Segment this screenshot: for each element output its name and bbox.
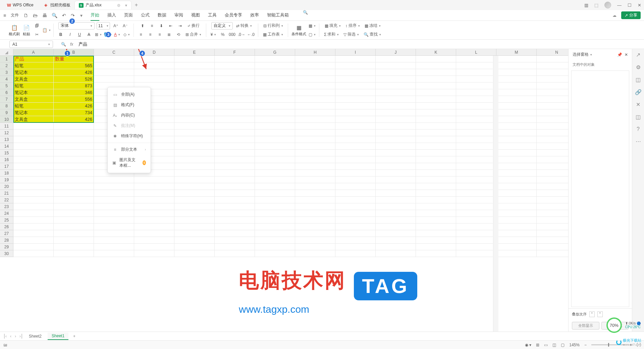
cell[interactable] — [335, 62, 376, 69]
cell[interactable] — [496, 156, 537, 163]
row-header[interactable]: 13 — [0, 136, 13, 143]
cell[interactable] — [134, 177, 174, 183]
cell[interactable] — [295, 76, 335, 83]
settings-icon[interactable]: ⚙ — [636, 64, 641, 70]
cell[interactable] — [456, 250, 496, 257]
cell[interactable] — [94, 56, 134, 62]
row-header[interactable]: 21 — [0, 190, 13, 197]
cube-icon[interactable]: ⬚ — [594, 3, 598, 8]
cell[interactable] — [496, 163, 537, 170]
cell[interactable] — [54, 170, 94, 177]
vertical-scrollbar[interactable] — [493, 56, 498, 332]
cell[interactable] — [537, 230, 568, 237]
cell[interactable] — [335, 103, 376, 109]
cell[interactable] — [496, 203, 537, 210]
cell[interactable] — [376, 230, 416, 237]
cell[interactable] — [54, 150, 94, 156]
cell[interactable] — [94, 223, 134, 230]
cell[interactable] — [416, 250, 456, 257]
cell[interactable] — [94, 217, 134, 223]
cell[interactable] — [537, 116, 568, 123]
cell[interactable] — [215, 136, 255, 143]
cell[interactable] — [174, 250, 215, 257]
cell[interactable]: 数量 — [54, 56, 94, 62]
cell[interactable] — [215, 62, 255, 69]
cell[interactable]: 426 — [54, 116, 94, 123]
cloud-icon[interactable]: ☁ — [612, 13, 616, 18]
cell[interactable] — [215, 83, 255, 89]
cell[interactable]: 346 — [54, 89, 94, 96]
wrap-text-button[interactable]: ⤶ 换行 — [186, 22, 201, 29]
cell[interactable] — [456, 103, 496, 109]
cell[interactable] — [255, 203, 295, 210]
cell[interactable] — [295, 103, 335, 109]
cell[interactable] — [255, 250, 295, 257]
cell[interactable] — [13, 203, 54, 210]
cell[interactable] — [416, 163, 456, 170]
cell[interactable] — [255, 183, 295, 190]
cell[interactable] — [496, 210, 537, 217]
row-header[interactable]: 29 — [0, 244, 13, 250]
row-header[interactable]: 26 — [0, 223, 13, 230]
cell[interactable] — [255, 223, 295, 230]
row-header[interactable]: 10 — [0, 116, 13, 123]
column-header[interactable]: E — [174, 49, 215, 56]
cell[interactable] — [416, 56, 456, 62]
cell[interactable] — [335, 96, 376, 103]
cell[interactable] — [376, 56, 416, 62]
cell[interactable] — [134, 223, 174, 230]
align-top-icon[interactable]: ⬆ — [139, 22, 146, 30]
cell[interactable]: 426 — [54, 103, 94, 109]
cell[interactable] — [295, 183, 335, 190]
cell[interactable] — [13, 190, 54, 197]
cell[interactable] — [13, 150, 54, 156]
cell[interactable] — [54, 190, 94, 197]
cell[interactable] — [456, 56, 496, 62]
cell[interactable] — [295, 217, 335, 223]
align-bottom-icon[interactable]: ⬇ — [158, 22, 165, 30]
column-header[interactable]: B — [54, 49, 94, 56]
cell[interactable] — [416, 69, 456, 76]
cell[interactable] — [335, 116, 376, 123]
cell[interactable] — [496, 69, 537, 76]
cell[interactable] — [255, 163, 295, 170]
cell[interactable] — [13, 143, 54, 150]
cell[interactable] — [416, 103, 456, 109]
bold-button[interactable]: B — [57, 31, 64, 38]
worksheet-button[interactable]: ▦ 工作表▾ — [262, 31, 284, 38]
cell[interactable] — [255, 62, 295, 69]
cell[interactable] — [215, 170, 255, 177]
cell[interactable] — [456, 123, 496, 130]
column-header[interactable]: C — [94, 49, 134, 56]
formula-input[interactable] — [76, 41, 430, 48]
avatar-icon[interactable] — [604, 2, 611, 8]
cell[interactable] — [215, 130, 255, 136]
row-header[interactable]: 25 — [0, 217, 13, 223]
cell[interactable] — [456, 96, 496, 103]
cell[interactable] — [215, 123, 255, 130]
cell[interactable] — [335, 150, 376, 156]
move-up-icon[interactable]: ˄ — [589, 311, 595, 317]
cell[interactable] — [255, 56, 295, 62]
cell[interactable] — [496, 244, 537, 250]
cell[interactable] — [456, 156, 496, 163]
cell[interactable] — [376, 190, 416, 197]
cell[interactable] — [174, 83, 215, 89]
cell[interactable] — [416, 96, 456, 103]
tools-icon[interactable]: ✕ — [636, 101, 640, 108]
cell[interactable] — [537, 190, 568, 197]
reading-view-icon[interactable]: ▢ — [561, 343, 565, 347]
more-icon[interactable]: ⋯ — [636, 138, 641, 145]
cell[interactable] — [215, 244, 255, 250]
cell[interactable] — [376, 76, 416, 83]
show-all-button[interactable]: 全部显示 — [572, 322, 599, 330]
cell[interactable] — [134, 183, 174, 190]
cell[interactable] — [215, 116, 255, 123]
cell[interactable] — [416, 183, 456, 190]
cell[interactable] — [456, 116, 496, 123]
cell[interactable] — [335, 156, 376, 163]
cell[interactable] — [537, 223, 568, 230]
cell[interactable] — [456, 223, 496, 230]
cell[interactable] — [174, 109, 215, 116]
cell[interactable] — [456, 217, 496, 223]
